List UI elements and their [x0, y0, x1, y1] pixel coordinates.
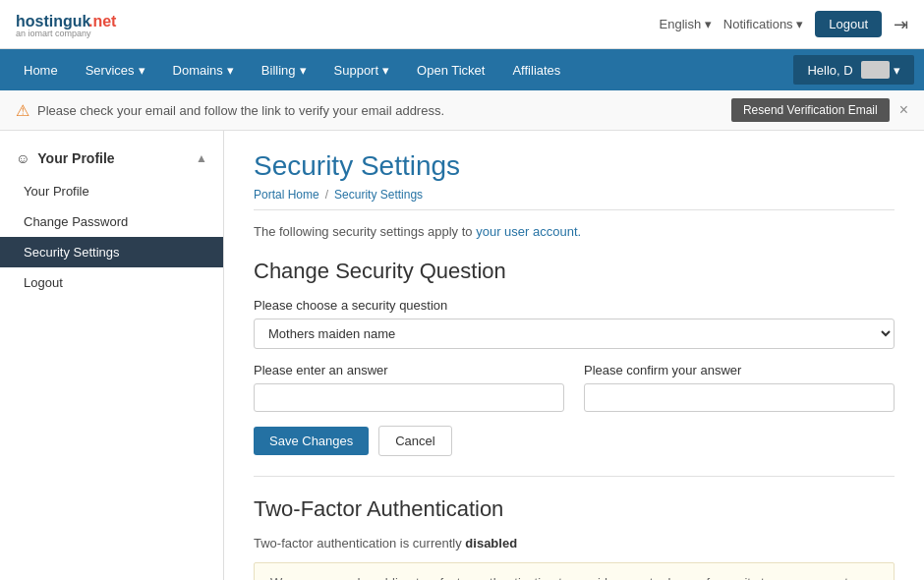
- nav-affiliates[interactable]: Affiliates: [498, 53, 574, 87]
- two-fa-section: Two-Factor Authentication Two-factor aut…: [254, 496, 895, 580]
- domains-caret-icon: ▾: [227, 63, 234, 78]
- sidebar-profile-title: Your Profile: [37, 150, 196, 166]
- alert-message: ⚠ Please check your email and follow the…: [16, 101, 444, 120]
- title-divider: [254, 209, 895, 210]
- nav-bar: Home Services ▾ Domains ▾ Billing ▾ Supp…: [0, 49, 924, 90]
- recommendation-box: We recommend enabling two-factor authent…: [254, 562, 895, 580]
- user-hello-menu[interactable]: Hello, D ▾: [793, 55, 914, 85]
- change-question-title: Change Security Question: [254, 259, 895, 284]
- top-right-controls: English ▾ Notifications ▾ Logout ⇥: [660, 11, 908, 37]
- alert-bar: ⚠ Please check your email and follow the…: [0, 90, 924, 131]
- notif-caret-icon: ▾: [796, 17, 803, 31]
- top-bar: hostinguk .net an iomart company English…: [0, 0, 924, 49]
- intro-link[interactable]: your user account.: [476, 224, 581, 239]
- sidebar: ☺ Your Profile ▲ Your Profile Change Pas…: [0, 131, 224, 580]
- confirm-answer-group: Please confirm your answer: [584, 363, 895, 412]
- two-fa-status: Two-factor authentication is currently d…: [254, 536, 895, 551]
- lang-caret-icon: ▾: [705, 17, 712, 31]
- two-fa-status-value: disabled: [465, 536, 517, 551]
- content-area: Security Settings Portal Home / Security…: [224, 131, 924, 580]
- select-question-label: Please choose a security question: [254, 298, 895, 313]
- breadcrumb-separator: /: [325, 188, 328, 202]
- confirm-answer-input[interactable]: [584, 383, 895, 412]
- intro-text: The following security settings apply to…: [254, 224, 895, 239]
- notifications-selector[interactable]: Notifications ▾: [723, 17, 803, 31]
- user-name-badge: [861, 61, 890, 79]
- nav-services[interactable]: Services ▾: [72, 53, 159, 87]
- services-caret-icon: ▾: [139, 63, 145, 78]
- hello-caret-icon: ▾: [894, 63, 900, 78]
- svg-text:.net: .net: [88, 13, 117, 29]
- logout-button[interactable]: Logout: [815, 11, 882, 37]
- close-alert-button[interactable]: ×: [899, 101, 908, 119]
- answer-input[interactable]: [254, 383, 564, 412]
- sidebar-item-change-password[interactable]: Change Password: [0, 206, 223, 237]
- two-fa-title: Two-Factor Authentication: [254, 496, 895, 522]
- nav-domains[interactable]: Domains ▾: [159, 53, 248, 87]
- cancel-button[interactable]: Cancel: [378, 426, 451, 456]
- main-layout: ☺ Your Profile ▲ Your Profile Change Pas…: [0, 131, 924, 580]
- svg-text:hostinguk: hostinguk: [16, 13, 91, 29]
- section-divider: [254, 476, 895, 477]
- person-icon: ☺: [16, 150, 29, 166]
- nav-support[interactable]: Support ▾: [320, 53, 404, 87]
- answer-group: Please enter an answer: [254, 363, 564, 412]
- sidebar-item-your-profile[interactable]: Your Profile: [0, 176, 223, 206]
- nav-home[interactable]: Home: [10, 53, 72, 87]
- exit-icon[interactable]: ⇥: [894, 14, 908, 35]
- alert-actions: Resend Verification Email ×: [731, 98, 908, 122]
- language-selector[interactable]: English ▾: [660, 17, 712, 31]
- answer-row: Please enter an answer Please confirm yo…: [254, 363, 895, 412]
- confirm-label: Please confirm your answer: [584, 363, 895, 377]
- breadcrumb-home[interactable]: Portal Home: [254, 188, 319, 202]
- nav-billing[interactable]: Billing ▾: [248, 53, 320, 87]
- sidebar-item-security-settings[interactable]: Security Settings: [0, 237, 223, 267]
- sidebar-item-logout[interactable]: Logout: [0, 267, 223, 298]
- warning-icon: ⚠: [16, 101, 29, 120]
- answer-label: Please enter an answer: [254, 363, 564, 377]
- logo: hostinguk .net an iomart company: [16, 5, 134, 43]
- breadcrumb: Portal Home / Security Settings: [254, 188, 895, 202]
- sidebar-profile-header[interactable]: ☺ Your Profile ▲: [0, 141, 223, 176]
- logo-image: hostinguk .net an iomart company: [16, 5, 134, 40]
- resend-verification-button[interactable]: Resend Verification Email: [731, 98, 890, 122]
- svg-text:an iomart company: an iomart company: [16, 29, 91, 38]
- sidebar-collapse-icon: ▲: [196, 151, 207, 165]
- billing-caret-icon: ▾: [300, 63, 307, 78]
- security-question-select[interactable]: Mothers maiden name: [254, 319, 895, 349]
- save-changes-button[interactable]: Save Changes: [254, 427, 369, 455]
- form-actions: Save Changes Cancel: [254, 426, 895, 456]
- support-caret-icon: ▾: [382, 63, 389, 78]
- nav-open-ticket[interactable]: Open Ticket: [403, 53, 498, 87]
- breadcrumb-current: Security Settings: [334, 188, 423, 202]
- page-title: Security Settings: [254, 150, 895, 182]
